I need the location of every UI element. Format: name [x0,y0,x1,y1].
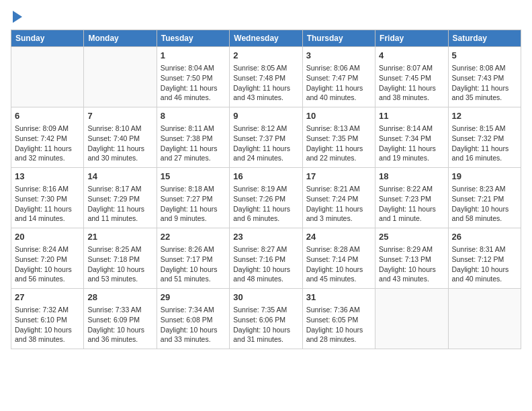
calendar-cell: 10Sunrise: 8:13 AMSunset: 7:35 PMDayligh… [302,107,375,168]
day-number: 22 [161,231,226,243]
day-header-sunday: Sunday [11,30,84,47]
calendar-cell [375,289,448,349]
cell-info: Daylight: 10 hours and 53 minutes. [87,265,152,284]
day-header-thursday: Thursday [302,30,375,47]
day-number: 2 [233,50,298,62]
cell-info: Sunset: 7:42 PM [15,134,80,144]
calendar-cell: 26Sunrise: 8:31 AMSunset: 7:12 PMDayligh… [448,228,521,289]
calendar-cell: 27Sunrise: 7:32 AMSunset: 6:10 PMDayligh… [11,289,84,349]
calendar-cell: 14Sunrise: 8:17 AMSunset: 7:29 PMDayligh… [84,168,157,228]
calendar-cell: 11Sunrise: 8:14 AMSunset: 7:34 PMDayligh… [375,107,448,168]
calendar-cell: 7Sunrise: 8:10 AMSunset: 7:40 PMDaylight… [84,107,157,168]
day-number: 16 [233,171,298,183]
cell-info: Daylight: 10 hours and 56 minutes. [15,265,80,284]
cell-info: Sunset: 7:47 PM [306,73,371,83]
day-number: 5 [452,50,517,62]
cell-info: Sunset: 7:12 PM [452,255,517,265]
day-number: 1 [161,50,226,62]
day-number: 18 [379,171,444,183]
cell-info: Daylight: 10 hours and 28 minutes. [306,325,371,345]
cell-info: Sunset: 7:38 PM [161,134,226,144]
cell-info: Sunrise: 8:25 AM [87,244,152,255]
cell-info: Sunrise: 8:07 AM [379,63,444,73]
cell-info: Sunrise: 8:16 AM [15,184,80,194]
cell-info: Daylight: 11 hours and 9 minutes. [161,204,226,224]
cell-info: Sunset: 7:50 PM [161,73,226,83]
cell-info: Sunrise: 8:23 AM [452,184,517,194]
cell-info: Sunset: 6:09 PM [87,315,152,325]
calendar-cell: 18Sunrise: 8:22 AMSunset: 7:23 PMDayligh… [375,168,448,228]
cell-info: Sunrise: 8:14 AM [379,124,444,134]
cell-info: Sunrise: 8:08 AM [452,63,517,73]
cell-info: Daylight: 11 hours and 32 minutes. [15,144,80,163]
cell-info: Daylight: 11 hours and 35 minutes. [452,83,517,103]
day-number: 11 [379,110,444,122]
cell-info: Daylight: 11 hours and 14 minutes. [15,204,80,224]
cell-info: Daylight: 10 hours and 51 minutes. [161,265,226,284]
cell-info: Daylight: 10 hours and 48 minutes. [233,265,298,284]
cell-info: Sunset: 7:18 PM [87,255,152,265]
day-header-friday: Friday [375,30,448,47]
calendar-header-row: SundayMondayTuesdayWednesdayThursdayFrid… [11,30,521,47]
cell-info: Sunrise: 8:09 AM [15,124,80,134]
calendar-week-2: 6Sunrise: 8:09 AMSunset: 7:42 PMDaylight… [11,107,521,168]
cell-info: Sunrise: 7:33 AM [87,305,152,315]
cell-info: Daylight: 10 hours and 43 minutes. [379,265,444,284]
calendar-cell: 30Sunrise: 7:35 AMSunset: 6:06 PMDayligh… [230,289,302,349]
calendar-week-5: 27Sunrise: 7:32 AMSunset: 6:10 PMDayligh… [11,289,521,349]
day-number: 19 [452,171,517,183]
cell-info: Sunset: 7:23 PM [379,194,444,204]
day-number: 4 [379,50,444,62]
cell-info: Sunset: 7:14 PM [306,255,371,265]
logo-arrow-icon [13,11,22,23]
cell-info: Sunset: 7:24 PM [306,194,371,204]
cell-info: Sunset: 7:20 PM [15,255,80,265]
cell-info: Daylight: 10 hours and 36 minutes. [87,325,152,345]
cell-info: Sunset: 6:08 PM [161,315,226,325]
cell-info: Sunrise: 7:36 AM [306,305,371,315]
cell-info: Daylight: 10 hours and 31 minutes. [233,325,298,345]
day-number: 9 [233,110,298,122]
calendar-cell: 8Sunrise: 8:11 AMSunset: 7:38 PMDaylight… [157,107,229,168]
calendar-cell: 29Sunrise: 7:34 AMSunset: 6:08 PMDayligh… [157,289,229,349]
cell-info: Sunset: 7:43 PM [452,73,517,83]
cell-info: Sunset: 7:16 PM [233,255,298,265]
day-number: 24 [306,231,371,243]
day-number: 26 [452,231,517,243]
cell-info: Daylight: 10 hours and 38 minutes. [15,325,80,345]
cell-info: Daylight: 11 hours and 1 minute. [379,204,444,224]
cell-info: Sunrise: 8:18 AM [161,184,226,194]
calendar-cell: 13Sunrise: 8:16 AMSunset: 7:30 PMDayligh… [11,168,84,228]
cell-info: Sunrise: 8:15 AM [452,124,517,134]
cell-info: Sunrise: 8:05 AM [233,63,298,73]
cell-info: Sunrise: 8:24 AM [15,244,80,255]
calendar-cell: 9Sunrise: 8:12 AMSunset: 7:37 PMDaylight… [230,107,302,168]
calendar-cell: 31Sunrise: 7:36 AMSunset: 6:05 PMDayligh… [302,289,375,349]
calendar-cell [84,47,157,107]
cell-info: Sunrise: 8:29 AM [379,244,444,255]
cell-info: Sunset: 7:45 PM [379,73,444,83]
cell-info: Sunrise: 8:31 AM [452,244,517,255]
calendar-cell: 6Sunrise: 8:09 AMSunset: 7:42 PMDaylight… [11,107,84,168]
cell-info: Sunrise: 8:22 AM [379,184,444,194]
cell-info: Sunrise: 8:04 AM [161,63,226,73]
cell-info: Daylight: 11 hours and 27 minutes. [161,144,226,163]
day-number: 17 [306,171,371,183]
calendar-cell: 20Sunrise: 8:24 AMSunset: 7:20 PMDayligh… [11,228,84,289]
cell-info: Daylight: 11 hours and 40 minutes. [306,83,371,103]
cell-info: Sunrise: 8:27 AM [233,244,298,255]
cell-info: Sunrise: 7:35 AM [233,305,298,315]
calendar-cell: 16Sunrise: 8:19 AMSunset: 7:26 PMDayligh… [230,168,302,228]
cell-info: Daylight: 11 hours and 24 minutes. [233,144,298,163]
cell-info: Sunrise: 8:28 AM [306,244,371,255]
cell-info: Sunrise: 8:11 AM [161,124,226,134]
cell-info: Sunset: 7:34 PM [379,134,444,144]
cell-info: Daylight: 11 hours and 6 minutes. [233,204,298,224]
cell-info: Sunset: 6:06 PM [233,315,298,325]
cell-info: Sunrise: 8:06 AM [306,63,371,73]
calendar-cell: 12Sunrise: 8:15 AMSunset: 7:32 PMDayligh… [448,107,521,168]
cell-info: Sunset: 7:37 PM [233,134,298,144]
cell-info: Sunset: 6:05 PM [306,315,371,325]
calendar-week-1: 1Sunrise: 8:04 AMSunset: 7:50 PMDaylight… [11,47,521,107]
calendar-cell [448,289,521,349]
